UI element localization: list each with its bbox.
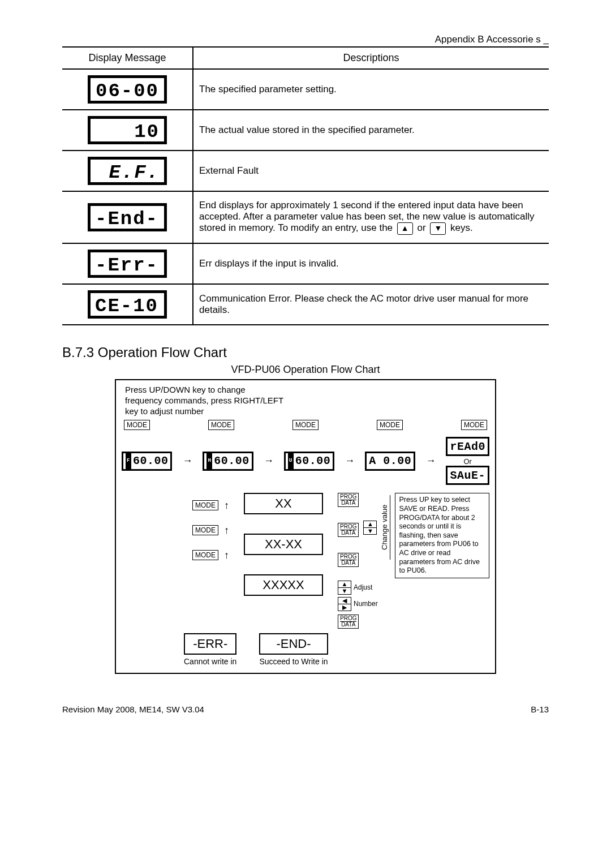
cell-xxxxx: XXXXX: [244, 574, 323, 596]
mode-box: MODE: [377, 420, 403, 430]
display-message-table: Display Message Descriptions 06-00 The s…: [62, 48, 549, 325]
cell-column: XX XX-XX XXXXX: [244, 493, 323, 615]
col-display-message: Display Message: [62, 48, 193, 69]
mode-box: MODE: [461, 420, 487, 430]
lcd-display: CE-10: [88, 290, 167, 319]
table-row: -End- End displays for approximately 1 s…: [62, 191, 549, 243]
page-footer: Revision May 2008, ME14, SW V3.04 B-13: [62, 704, 549, 714]
lcd-f: F60.00: [122, 452, 172, 471]
arrow-right-icon: →: [182, 455, 192, 467]
mode-label-row: MODE MODE MODE MODE MODE: [122, 420, 489, 430]
desc-cell: The specified parameter setting.: [193, 69, 549, 110]
footer-right: B-13: [531, 704, 549, 714]
table-row: CE-10 Communication Error. Please check …: [62, 284, 549, 325]
prog-data-box: PROGDATA: [338, 615, 359, 629]
col-descriptions: Descriptions: [193, 48, 549, 69]
updown-arrows-icon: ▲▼: [363, 521, 377, 535]
updown-arrows-icon: ▲▼: [338, 581, 351, 595]
lcd-display: -End-: [88, 203, 167, 231]
table-row: E.F. External Fault: [62, 151, 549, 191]
table-row: -Err- Err displays if the input is inval…: [62, 243, 549, 284]
prog-data-box: PROGDATA: [338, 523, 359, 537]
desc-cell: End displays for approximately 1 second …: [193, 191, 549, 243]
err-box: -ERR-: [184, 633, 236, 655]
flow-note-save-read: Press UP key to select SAVE or READ. Pre…: [395, 493, 489, 578]
flow-chart: Press UP/DOWN key to change frequency co…: [115, 379, 496, 674]
footer-left: Revision May 2008, ME14, SW V3.04: [62, 704, 204, 714]
lcd-save: SAuE-: [446, 466, 489, 485]
desc-cell: Err displays if the input is invalid.: [193, 243, 549, 284]
lcd-display: -Err-: [88, 250, 167, 278]
mode-box: MODE: [192, 550, 218, 560]
table-row: 06-00 The specified parameter setting.: [62, 69, 549, 110]
mode-box: MODE: [192, 525, 218, 535]
or-label: Or: [446, 457, 489, 466]
lcd-read: rEAd0: [446, 437, 489, 456]
arrow-right-icon: →: [264, 455, 274, 467]
arrow-up-icon: ↑: [224, 525, 229, 536]
lcd-h: H60.00: [203, 452, 253, 471]
adjust-number-row: ◀▶ Number: [338, 597, 489, 611]
adjust-number-row: ▲▼ Adjust: [338, 581, 489, 595]
lcd-display: 10: [88, 116, 167, 144]
desc-cell: The actual value stored in the specified…: [193, 110, 549, 151]
end-caption: Succeed to Write in: [259, 657, 328, 666]
lcd-display: 06-00: [88, 75, 167, 104]
mode-column: MODE↑ MODE↑ MODE↑: [122, 493, 229, 568]
mode-box: MODE: [192, 500, 218, 510]
prog-data-box: PROGDATA: [338, 553, 359, 567]
section-heading: B.7.3 Operation Flow Chart: [62, 345, 549, 360]
desc-cell: Communication Error. Please check the AC…: [193, 284, 549, 325]
cell-xx: XX: [244, 493, 323, 514]
arrow-up-icon: ↑: [224, 500, 229, 512]
lcd-a: A 0.00: [365, 452, 415, 471]
lcd-display: E.F.: [88, 157, 167, 185]
lcd-u: U60.00: [284, 452, 334, 471]
change-value-label: Change value: [379, 495, 390, 560]
prog-data-box: PROGDATA: [338, 493, 359, 507]
mode-box: MODE: [208, 420, 234, 430]
err-caption: Cannot write in: [184, 657, 236, 666]
mode-box: MODE: [124, 420, 150, 430]
table-row: 10 The actual value stored in the specif…: [62, 110, 549, 151]
up-key-icon: ▲: [397, 222, 413, 235]
lcd-top-row: F60.00 → H60.00 → U60.00 → A 0.00 → rEAd…: [122, 437, 489, 485]
arrow-right-icon: →: [425, 455, 436, 467]
cell-xx-xx: XX-XX: [244, 534, 323, 555]
flow-note-updown: Press UP/DOWN key to change frequency co…: [125, 385, 283, 416]
down-key-icon: ▼: [430, 222, 446, 235]
arrow-up-icon: ↑: [224, 549, 229, 561]
desc-cell: External Fault: [193, 151, 549, 191]
arrow-right-icon: →: [345, 455, 355, 467]
flow-chart-title: VFD-PU06 Operation Flow Chart: [62, 364, 549, 376]
leftright-arrows-icon: ◀▶: [338, 597, 351, 611]
appendix-header: Appendix B Accessorie s _: [62, 34, 549, 48]
mode-box: MODE: [292, 420, 319, 430]
end-box: -END-: [259, 633, 328, 655]
